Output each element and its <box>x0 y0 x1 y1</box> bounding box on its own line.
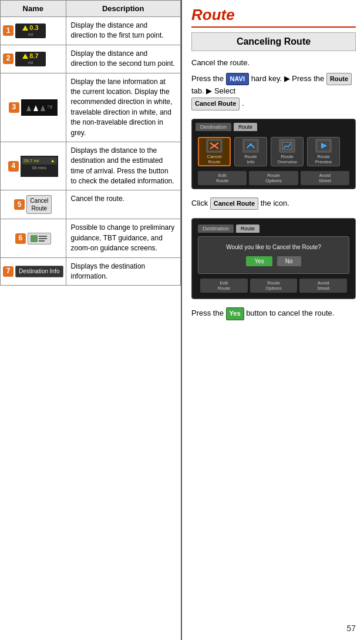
row-5-icon-cell: 5 CancelRoute <box>1 190 66 219</box>
scr-icon-route-info: Route Info <box>234 137 267 166</box>
screenshot-2-tab-route: Route <box>236 224 259 233</box>
dest-info-btn-icon: Destination Info <box>15 266 63 278</box>
scr-icon-route-overview-label: Route Overview <box>277 154 296 165</box>
cancel-route-button: Cancel Route <box>191 98 240 110</box>
scr2-bottom-edit-route: EditRoute <box>200 279 248 293</box>
table-row: 3 Display the <box>1 73 181 142</box>
lane-guide-svg <box>23 100 56 115</box>
row-5-desc: Cancel the route. <box>66 190 181 219</box>
yes-button: Yes <box>226 307 244 320</box>
screenshot-1-icons: Cancel Route Route Info Route Overview <box>196 135 352 169</box>
row-5-icon: 5 CancelRoute <box>3 195 63 214</box>
row-1-icon: 1 0.3 mi <box>3 24 63 38</box>
scr-icon-route-preview: Route Preview <box>307 137 340 166</box>
screenshot-1-header: Destination Route <box>196 123 352 131</box>
arrow-up-icon-2 <box>22 53 28 59</box>
row-3-icon-cell: 3 <box>1 73 66 142</box>
page-title: Route <box>191 6 356 28</box>
col-header-name: Name <box>1 1 66 17</box>
tbt-dist: 29.7 mi <box>23 158 39 165</box>
screenshot-1-tab-destination: Destination <box>196 123 231 131</box>
row-2-icon-cell: 2 8.7 mi <box>1 45 66 73</box>
guidance-square-icon <box>31 235 38 242</box>
cancel-text-1: Cancel the route. <box>191 57 356 69</box>
table-panel: Name Description 1 0.3 mi <box>0 0 182 640</box>
press-instructions: Press the Yes button to cancel the route… <box>191 307 356 320</box>
press-text-post: button to cancel the route. <box>246 309 334 318</box>
cancel-route-btn-icon: CancelRoute <box>26 195 52 214</box>
scr2-bottom-avoid-street: AvoidStreet <box>299 279 347 293</box>
row-3-icon: 3 <box>3 99 63 116</box>
cancel-text-2-post: tab. ▶ Select <box>191 86 235 95</box>
navi-button: NAVI <box>226 73 249 86</box>
row-5-number: 5 <box>14 199 25 210</box>
col-header-desc: Description <box>66 1 181 17</box>
lane-guide-display <box>21 99 58 116</box>
scr-icon-route-info-label: Route Info <box>244 154 257 165</box>
click-instructions: Click Cancel Route the icon. <box>191 197 356 210</box>
tbt-display: 29.7 mi ▲ 08 mins <box>21 156 58 177</box>
table-row: 5 CancelRoute Cancel the route. <box>1 190 181 219</box>
screenshot-1: Destination Route Cancel Route Route Inf… <box>191 119 356 189</box>
cancel-text-2-end: . <box>242 99 244 108</box>
row-2-icon: 2 8.7 mi <box>3 52 63 66</box>
screenshot-2-header: Destination Route <box>198 224 349 233</box>
screenshot-2-tab-destination: Destination <box>198 224 234 233</box>
scr-icon-route-preview-img <box>315 139 332 153</box>
row-4-icon-cell: 4 29.7 mi ▲ 08 mins <box>1 142 66 190</box>
dist-num-2: 8.7 <box>29 52 38 60</box>
scr-icon-route-overview: Route Overview <box>271 137 304 166</box>
row-1-desc: Display the distance and direction to th… <box>66 17 181 45</box>
svg-rect-8 <box>39 240 45 242</box>
click-text-post: the icon. <box>261 199 289 207</box>
row-6-icon-cell: 6 <box>1 219 66 257</box>
right-panel: Route Canceling Route Cancel the route. … <box>182 0 364 640</box>
table-row: 1 0.3 mi Display the distance and direct… <box>1 17 181 45</box>
section-title: Canceling Route <box>191 32 356 51</box>
row-7-desc: Displays the destination information. <box>66 257 181 286</box>
table-row: 6 Possible to change to prelimina <box>1 219 181 257</box>
page-number: 57 <box>346 624 356 633</box>
dialog-box: Would you like to Cancel the Route? Yes … <box>198 236 349 274</box>
reference-table: Name Description 1 0.3 mi <box>0 0 181 286</box>
tbt-eta: 08 mins <box>32 166 46 170</box>
dialog-text: Would you like to Cancel the Route? <box>204 244 343 250</box>
click-text-pre: Click <box>191 199 208 207</box>
row-6-desc: Possible to change to preliminary guidan… <box>66 219 181 257</box>
dist-unit-2: mi <box>28 60 33 66</box>
scr-bottom-route-options: RouteOptions <box>249 171 298 185</box>
table-row: 4 29.7 mi ▲ 08 mins Displays the dista <box>1 142 181 190</box>
scr-icon-cancel-img <box>206 139 223 153</box>
row-3-desc: Display the lane information at the curr… <box>66 73 181 142</box>
click-cancel-btn: Cancel Route <box>210 197 258 210</box>
table-row: 2 8.7 mi Display the distance and direct… <box>1 45 181 73</box>
row-6-icon: 6 <box>3 233 63 244</box>
row-7-number: 7 <box>3 266 14 277</box>
svg-rect-6 <box>39 236 47 237</box>
scr-icon-cancel-label: Cancel Route <box>207 154 222 165</box>
row-7-icon: 7 Destination Info <box>3 266 63 278</box>
row-3-number: 3 <box>9 102 19 113</box>
scr-icon-route-overview-img <box>279 139 295 153</box>
table-row: 7 Destination Info Displays the destinat… <box>1 257 181 286</box>
svg-point-13 <box>250 143 252 146</box>
dialog-yes-button: Yes <box>246 256 272 266</box>
press-text-pre: Press the <box>191 309 224 318</box>
screenshot-1-tab-route: Route <box>234 123 257 131</box>
guidance-btn-icon <box>28 233 51 244</box>
scr2-bottom-route-options: RouteOptions <box>250 279 298 293</box>
scr-icon-route-preview-label: Route Preview <box>315 154 332 165</box>
row-4-icon: 4 29.7 mi ▲ 08 mins <box>3 156 63 177</box>
row-2-desc: Display the distance and direction to th… <box>66 45 181 73</box>
cancel-text-2-pre: Press the <box>191 74 224 83</box>
row-4-number: 4 <box>8 161 19 172</box>
row-1-icon-cell: 1 0.3 mi <box>1 17 66 45</box>
screenshot-2-bottom-bar: EditRoute RouteOptions AvoidStreet <box>198 279 349 293</box>
dist-unit-1: mi <box>28 32 33 38</box>
row-2-number: 2 <box>3 53 14 64</box>
dialog-no-button: No <box>277 256 301 266</box>
cancel-instructions: Press the NAVI hard key. ▶ Press the Rou… <box>191 73 356 110</box>
guidance-lines-icon <box>38 234 48 243</box>
scr-icon-route-info-img <box>242 139 259 153</box>
screenshot-1-bottom-bar: EditRoute RouteOptions AvoidStreet <box>196 171 352 185</box>
